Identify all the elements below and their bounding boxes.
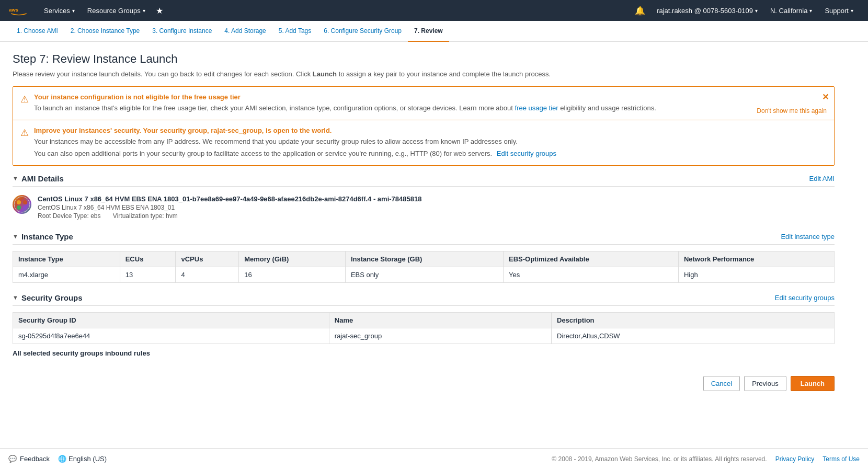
col-ebs-opt: EBS-Optimized Available	[504, 251, 679, 267]
free-tier-alert-text: To launch an instance that's eligible fo…	[34, 103, 826, 113]
edit-instance-type-link[interactable]: Edit instance type	[781, 233, 835, 241]
col-network: Network Performance	[678, 251, 834, 267]
cell-ebs-opt: Yes	[504, 267, 679, 282]
col-sg-id: Security Group ID	[13, 312, 329, 328]
cell-network: High	[678, 267, 834, 282]
launch-button[interactable]: Launch	[791, 376, 835, 391]
instance-type-section-header: ▼ Instance Type Edit instance type	[13, 232, 835, 245]
ami-details-body: CentOS Linux 7 x86_64 HVM EBS ENA 1803_0…	[13, 193, 835, 222]
privacy-policy-link[interactable]: Privacy Policy	[775, 455, 815, 463]
bell-icon[interactable]: 🔔	[630, 6, 650, 16]
ami-meta: Root Device Type: ebs Virtualization typ…	[38, 212, 421, 220]
ami-details-section: ▼ AMI Details Edit AMI CentOS Linux 7 x8…	[13, 174, 835, 222]
ami-section-header: ▼ AMI Details Edit AMI	[13, 174, 835, 187]
feedback-button[interactable]: 💬 Feedback	[8, 455, 50, 463]
svg-point-3	[23, 200, 27, 204]
step-choose-instance-type[interactable]: 2. Choose Instance Type	[64, 21, 146, 42]
top-nav: aws Services ▾ Resource Groups ▾ ★ 🔔 raj…	[0, 0, 868, 21]
step-configure-security-group[interactable]: 6. Configure Security Group	[317, 21, 408, 42]
ami-section-title: ▼ AMI Details	[13, 174, 64, 183]
cell-sg-name: rajat-sec_group	[329, 328, 551, 344]
footer-right: © 2008 - 2019, Amazon Web Services, Inc.…	[552, 455, 860, 463]
close-alert-icon[interactable]: ✕	[822, 92, 829, 102]
favorites-icon[interactable]: ★	[152, 6, 167, 16]
instance-type-collapse-icon[interactable]: ▼	[13, 233, 18, 239]
ami-icon	[13, 195, 31, 214]
dont-show-again[interactable]: Don't show me this again	[757, 107, 827, 115]
services-chevron-icon: ▾	[72, 8, 75, 14]
table-row: sg-05295d4f8a7ee6e44 rajat-sec_group Dir…	[13, 328, 835, 344]
ami-collapse-icon[interactable]: ▼	[13, 175, 18, 181]
svg-point-1	[14, 197, 30, 212]
security-groups-collapse-icon[interactable]: ▼	[13, 294, 18, 301]
svg-point-5	[23, 205, 27, 210]
cell-memory: 16	[239, 267, 346, 282]
cell-vcpus: 4	[176, 267, 239, 282]
ami-full-name: CentOS Linux 7 x86_64 HVM EBS ENA 1803_0…	[38, 195, 421, 203]
security-alert-text: Your instances may be accessible from an…	[34, 136, 826, 159]
cell-sg-desc: Director,Altus,CDSW	[552, 328, 835, 344]
action-bar: Cancel Previous Launch	[13, 368, 835, 433]
step-configure-instance[interactable]: 3. Configure Instance	[146, 21, 218, 42]
cell-instance-type: m4.xlarge	[13, 267, 120, 282]
region-menu[interactable]: N. California ▾	[764, 0, 819, 21]
user-menu[interactable]: rajat.rakesh @ 0078-5603-0109 ▾	[650, 0, 764, 21]
step-review[interactable]: 7. Review	[408, 21, 449, 42]
warning-icon: ⚠	[20, 94, 29, 105]
col-ecus: ECUs	[120, 251, 176, 267]
step-add-storage[interactable]: 4. Add Storage	[218, 21, 272, 42]
region-chevron-icon: ▾	[809, 8, 812, 14]
resource-groups-chevron-icon: ▾	[143, 8, 145, 14]
edit-security-groups-alert-link[interactable]: Edit security groups	[497, 150, 556, 157]
instance-type-table: Instance Type ECUs vCPUs Memory (GiB) In…	[13, 251, 835, 283]
col-sg-description: Description	[552, 312, 835, 328]
free-tier-link[interactable]: free usage tier	[515, 104, 558, 112]
cell-sg-id: sg-05295d4f8a7ee6e44	[13, 328, 329, 344]
col-vcpus: vCPUs	[176, 251, 239, 267]
col-instance-storage: Instance Storage (GB)	[345, 251, 503, 267]
cell-storage: EBS only	[345, 267, 503, 282]
col-memory: Memory (GiB)	[239, 251, 346, 267]
svg-point-2	[17, 200, 21, 204]
instance-type-table-header: Instance Type ECUs vCPUs Memory (GiB) In…	[13, 251, 835, 267]
ami-info: CentOS Linux 7 x86_64 HVM EBS ENA 1803_0…	[38, 195, 421, 220]
edit-security-groups-link[interactable]: Edit security groups	[775, 294, 835, 302]
globe-icon: 🌐	[58, 455, 66, 463]
support-chevron-icon: ▾	[851, 8, 853, 14]
security-groups-section: ▼ Security Groups Edit security groups S…	[13, 293, 835, 357]
ami-virt-type: Virtualization type: hvm	[113, 212, 178, 220]
speech-bubble-icon: 💬	[8, 455, 17, 463]
security-warning-icon: ⚠	[20, 127, 29, 139]
svg-point-4	[17, 205, 21, 210]
table-row: m4.xlarge 13 4 16 EBS only Yes High	[13, 267, 835, 282]
language-selector[interactable]: 🌐 English (US)	[58, 455, 107, 463]
instance-type-section-title: ▼ Instance Type	[13, 232, 73, 241]
step-add-tags[interactable]: 5. Add Tags	[272, 21, 318, 42]
resource-groups-nav[interactable]: Resource Groups ▾	[81, 0, 152, 21]
step-choose-ami[interactable]: 1. Choose AMI	[10, 21, 64, 42]
edit-ami-link[interactable]: Edit AMI	[809, 175, 835, 182]
page-description: Please review your instance launch detai…	[13, 70, 835, 78]
security-alert-title: Improve your instances' security. Your s…	[34, 127, 826, 134]
col-sg-name: Name	[329, 312, 551, 328]
security-alert: ⚠ Improve your instances' security. Your…	[13, 120, 834, 165]
wizard-steps: 1. Choose AMI 2. Choose Instance Type 3.…	[0, 21, 868, 42]
ami-root-device: Root Device Type: ebs	[38, 212, 101, 220]
aws-logo[interactable]: aws	[8, 3, 29, 18]
user-chevron-icon: ▾	[755, 8, 758, 14]
services-nav[interactable]: Services ▾	[38, 0, 81, 21]
previous-button[interactable]: Previous	[744, 376, 786, 391]
cancel-button[interactable]: Cancel	[703, 376, 740, 391]
page-title: Step 7: Review Instance Launch	[13, 52, 835, 66]
support-menu[interactable]: Support ▾	[818, 0, 860, 21]
instance-type-section: ▼ Instance Type Edit instance type Insta…	[13, 232, 835, 283]
cell-ecus: 13	[120, 267, 176, 282]
security-groups-section-title: ▼ Security Groups	[13, 293, 83, 302]
svg-text:aws: aws	[9, 7, 18, 13]
col-instance-type: Instance Type	[13, 251, 120, 267]
free-tier-alert: ⚠ Your instance configuration is not eli…	[13, 87, 834, 120]
all-inbound-rules-label: All selected security groups inbound rul…	[13, 349, 835, 357]
terms-of-use-link[interactable]: Terms of Use	[823, 455, 860, 463]
ami-description: CentOS Linux 7 x86_64 HVM EBS ENA 1803_0…	[38, 204, 421, 211]
security-groups-table: Security Group ID Name Description sg-05…	[13, 312, 835, 344]
